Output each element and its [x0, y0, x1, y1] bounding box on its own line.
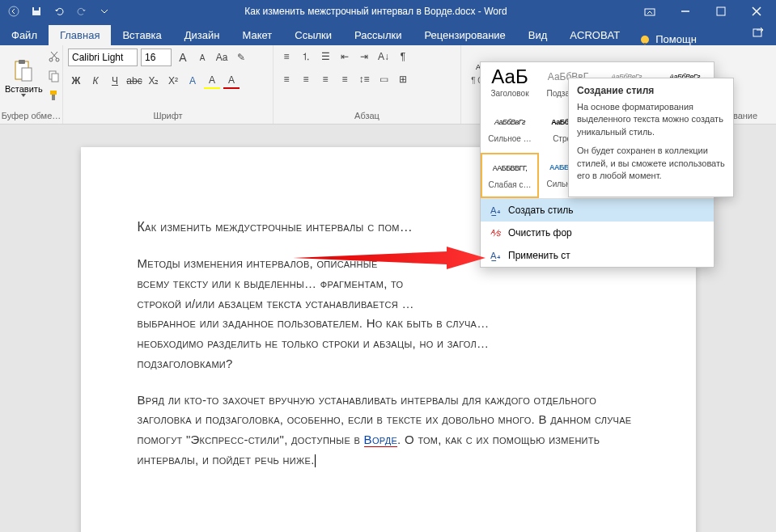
tab-layout[interactable]: Макет [231, 25, 283, 45]
create-style-icon: A̲₄ [489, 204, 502, 217]
clear-formatting-item[interactable]: ⅍ Очистить фор [481, 222, 714, 244]
italic-button[interactable]: К [87, 73, 104, 89]
svg-rect-20 [52, 74, 58, 82]
tab-acrobat[interactable]: ACROBAT [558, 25, 631, 45]
ribbon-options-icon[interactable] [634, 0, 666, 23]
tooltip-text: Он будет сохранен в коллекции стилей, и … [577, 145, 725, 182]
svg-rect-13 [19, 60, 25, 64]
cut-icon[interactable] [48, 50, 64, 66]
apply-styles-item[interactable]: A̲₄ Применить ст [481, 244, 714, 267]
sort-icon[interactable]: A↓ [375, 49, 392, 65]
svg-point-15 [49, 58, 53, 61]
svg-rect-14 [22, 68, 32, 81]
decrease-indent-icon[interactable]: ⇤ [337, 49, 353, 65]
create-style-tooltip: Создание стиля На основе форматирования … [568, 78, 734, 197]
apply-styles-icon: A̲₄ [489, 249, 502, 262]
shading-icon[interactable]: ▭ [375, 71, 392, 87]
paragraph-group-label: Абзац [274, 109, 460, 124]
text-effects-icon[interactable]: A [184, 73, 201, 89]
superscript-button[interactable]: X² [165, 73, 181, 89]
svg-rect-3 [645, 9, 655, 15]
svg-line-17 [52, 52, 57, 58]
font-name-input[interactable] [68, 49, 138, 66]
clear-formatting-label: Очистить фор [508, 227, 572, 239]
style-gallery-item[interactable]: ААББВВГГ,Слабая с… [481, 153, 539, 198]
back-icon[interactable] [5, 2, 23, 20]
strikethrough-button[interactable]: abc [126, 73, 142, 89]
font-size-input[interactable] [141, 49, 172, 66]
close-icon[interactable] [740, 0, 773, 23]
svg-rect-5 [717, 7, 725, 15]
increase-indent-icon[interactable]: ⇥ [356, 49, 372, 65]
ribbon-tabs: Файл Главная Вставка Дизайн Макет Ссылки… [0, 23, 776, 45]
multilevel-icon[interactable]: ☰ [317, 49, 333, 65]
clear-formatting-menu-icon: ⅍ [489, 226, 502, 239]
borders-icon[interactable]: ⊞ [395, 71, 411, 87]
clipboard-group-label: Буфер обме… [0, 109, 62, 124]
shrink-font-icon[interactable]: A [194, 49, 210, 65]
tooltip-title: Создание стиля [577, 85, 725, 96]
tab-insert[interactable]: Вставка [111, 25, 172, 45]
align-center-icon[interactable]: ≡ [298, 71, 314, 87]
subscript-button[interactable]: X₂ [146, 73, 162, 89]
justify-icon[interactable]: ≡ [337, 71, 353, 87]
highlight-color-button[interactable]: A [204, 73, 220, 89]
svg-rect-2 [34, 7, 39, 11]
apply-styles-label: Применить ст [508, 250, 570, 261]
tooltip-text: На основе форматирования выделенного тек… [577, 101, 725, 138]
tab-home[interactable]: Главная [49, 25, 111, 45]
svg-point-0 [9, 6, 19, 16]
tab-design[interactable]: Дизайн [173, 25, 231, 45]
align-left-icon[interactable]: ≡ [278, 71, 295, 87]
svg-rect-21 [50, 91, 57, 95]
style-gallery-item[interactable]: АаБбВвГгСильное … [481, 108, 539, 153]
tell-me-label: Помощн [655, 33, 697, 45]
show-marks-icon[interactable]: ¶ [395, 49, 411, 65]
font-color-button[interactable]: A [223, 73, 240, 89]
undo-icon[interactable] [50, 2, 68, 20]
svg-point-16 [56, 58, 59, 61]
tab-view[interactable]: Вид [517, 25, 559, 45]
text-cursor [315, 454, 316, 467]
copy-icon[interactable] [48, 70, 64, 86]
qat-dropdown-icon[interactable] [95, 2, 113, 20]
paste-label: Вставить [5, 84, 43, 94]
doc-paragraph: Вряд ли кто-то захочет вручную устанавли… [138, 391, 639, 471]
font-group-label: Шрифт [63, 109, 273, 124]
annotation-arrow [293, 247, 487, 279]
change-case-icon[interactable]: Aa [214, 49, 230, 65]
titlebar: Как изменить межстрочный интервал в Ворд… [0, 0, 776, 23]
tab-references[interactable]: Ссылки [283, 25, 343, 45]
grow-font-icon[interactable]: A [175, 49, 191, 65]
line-spacing-icon[interactable]: ↕≡ [356, 71, 372, 87]
bullets-icon[interactable]: ≡ [278, 49, 295, 65]
clear-formatting-icon[interactable]: ✎ [233, 49, 249, 65]
tab-mailings[interactable]: Рассылки [343, 25, 413, 45]
svg-rect-22 [52, 95, 55, 100]
window-title: Как изменить межстрочный интервал в Ворд… [118, 6, 634, 17]
minimize-icon[interactable] [669, 0, 702, 23]
share-button[interactable] [740, 25, 776, 45]
tab-review[interactable]: Рецензирование [413, 25, 516, 45]
style-gallery-item[interactable]: АаБЗаголовок [481, 62, 539, 108]
svg-point-8 [641, 36, 649, 44]
maximize-icon[interactable] [705, 0, 737, 23]
underline-button[interactable]: Ч [107, 73, 123, 89]
create-style-item[interactable]: A̲₄ Создать стиль [481, 199, 714, 222]
bold-button[interactable]: Ж [68, 73, 84, 89]
create-style-label: Создать стиль [508, 205, 573, 216]
numbering-icon[interactable]: ⒈ [298, 49, 314, 65]
tell-me[interactable]: Помощн [631, 33, 705, 45]
svg-line-18 [51, 52, 57, 58]
format-painter-icon[interactable] [48, 89, 64, 105]
svg-marker-23 [293, 247, 486, 269]
align-right-icon[interactable]: ≡ [317, 71, 333, 87]
redo-icon[interactable] [73, 2, 91, 20]
tab-file[interactable]: Файл [0, 25, 49, 45]
paste-button[interactable]: Вставить [5, 58, 43, 97]
save-icon[interactable] [28, 2, 45, 20]
